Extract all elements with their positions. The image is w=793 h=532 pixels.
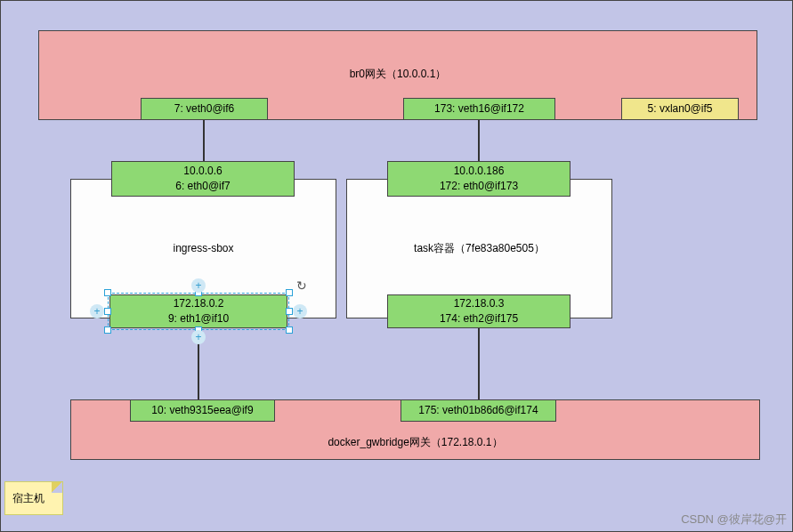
task-bottom-ip: 172.18.0.3 (454, 296, 505, 311)
connector (478, 120, 480, 161)
ingress-bottom-if-box[interactable]: 172.18.0.2 9: eth1@if10 (109, 294, 287, 328)
task-bottom-if: 174: eth2@if175 (440, 311, 518, 326)
veth-right-box: 175: veth01b86d6@if174 (401, 399, 556, 422)
ingress-sbox-label: ingress-sbox (173, 241, 233, 256)
host-note[interactable]: 宿主机 (4, 481, 63, 515)
connector (478, 328, 480, 399)
veth-left-box: 10: veth9315eea@if9 (130, 399, 275, 422)
task-bottom-if-box: 172.18.0.3 174: eth2@if175 (387, 294, 570, 328)
veth0-label: 7: veth0@if6 (174, 101, 235, 117)
veth16-label: 173: veth16@if172 (434, 101, 524, 117)
ingress-top-if-box: 10.0.0.6 6: eth0@if7 (111, 161, 295, 197)
ingress-bottom-ip: 172.18.0.2 (174, 296, 224, 311)
veth16-box: 173: veth16@if172 (403, 98, 555, 120)
ingress-bottom-if: 9: eth1@if10 (168, 311, 229, 326)
ingress-top-if: 6: eth0@if7 (175, 179, 231, 194)
host-note-label: 宿主机 (12, 492, 45, 504)
veth-left-label: 10: veth9315eea@if9 (151, 403, 253, 418)
ingress-top-ip: 10.0.0.6 (183, 164, 222, 179)
diagram-canvas[interactable]: br0网关（10.0.0.1） 7: veth0@if6 173: veth16… (0, 0, 793, 532)
task-top-ip: 10.0.0.186 (454, 164, 505, 179)
task-top-if: 172: eth0@if173 (440, 179, 518, 194)
connector (198, 328, 199, 399)
veth-right-label: 175: veth01b86d6@if174 (418, 403, 538, 418)
connector (203, 120, 205, 161)
br0-title: br0网关（10.0.0.1） (350, 67, 447, 82)
task-container-label: task容器（7fe83a80e505） (414, 241, 545, 256)
watermark: CSDN @彼岸花@开 (681, 512, 787, 528)
vxlan0-label: 5: vxlan0@if5 (648, 101, 713, 117)
task-top-if-box: 10.0.0.186 172: eth0@if173 (387, 161, 570, 197)
vxlan0-box: 5: vxlan0@if5 (621, 98, 739, 120)
veth0-box: 7: veth0@if6 (141, 98, 268, 120)
gwbridge-title: docker_gwbridge网关（172.18.0.1） (328, 435, 502, 450)
